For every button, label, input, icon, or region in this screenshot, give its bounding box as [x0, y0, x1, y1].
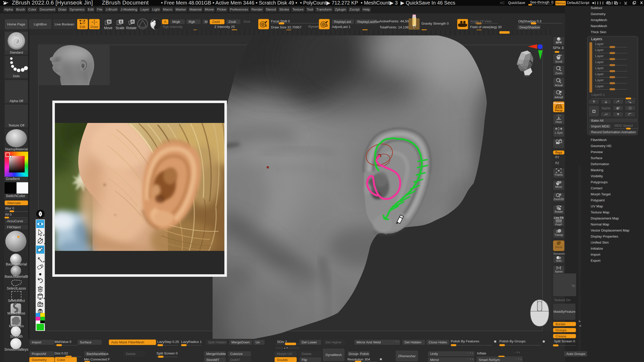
svg-text:S: S [120, 20, 122, 24]
svg-text:x1: x1 [559, 79, 561, 81]
svg-text:S: S [265, 24, 267, 27]
svg-text:R: R [131, 20, 134, 24]
svg-text:M: M [108, 20, 111, 24]
svg-text:D: D [326, 24, 328, 27]
